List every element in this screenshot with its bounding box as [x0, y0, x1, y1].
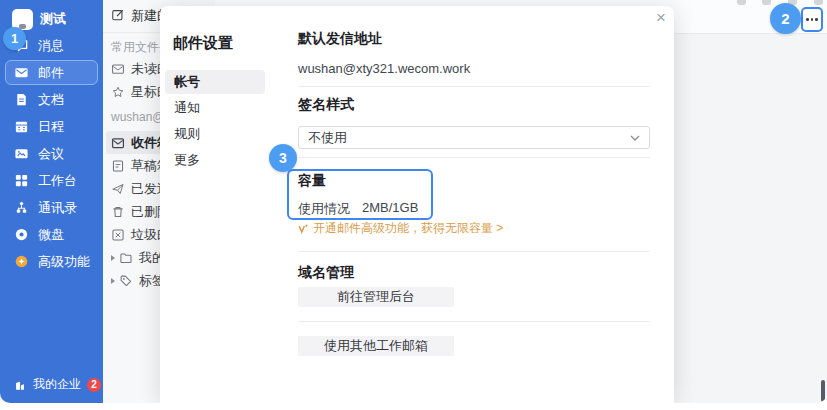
- sidebar-item-label: 会议: [38, 145, 64, 163]
- expand-caret-icon[interactable]: [111, 255, 115, 261]
- junk-icon: [111, 228, 125, 242]
- usage-value: 2MB/1GB: [362, 200, 418, 218]
- enterprise-icon: [13, 378, 27, 392]
- tag-icon: [119, 274, 133, 288]
- tab-more[interactable]: 更多: [165, 148, 265, 172]
- calendar-icon: [14, 119, 29, 134]
- drive-icon: [14, 227, 29, 242]
- app-sidebar: 测试 消息 邮件 文档: [0, 0, 103, 403]
- sidebar-item-calendar[interactable]: 日程: [0, 113, 103, 140]
- expand-caret-icon[interactable]: [111, 278, 115, 284]
- mail-settings-modal: × 邮件设置 帐号 通知 规则 更多 默认发信地址 wushan@xty321.…: [160, 6, 674, 403]
- upgrade-capacity-link[interactable]: 开通邮件高级功能，获得无限容量 >: [298, 220, 503, 237]
- sidebar-item-label: 工作台: [38, 172, 77, 190]
- toolbar-icon-stub: [737, 0, 746, 5]
- sidebar-item-label: 文档: [38, 91, 64, 109]
- capacity-heading: 容量: [298, 173, 326, 188]
- star-icon: [111, 85, 125, 99]
- draft-icon: [111, 159, 125, 173]
- my-enterprise-label: 我的企业: [33, 376, 81, 393]
- sidebar-item-mail[interactable]: 邮件: [5, 60, 98, 85]
- workspace-row[interactable]: 测试: [0, 0, 103, 30]
- chevron-down-icon: [630, 135, 640, 141]
- sidebar-nav: 消息 邮件 文档 日程: [0, 32, 103, 275]
- tab-notifications[interactable]: 通知: [165, 96, 265, 120]
- divider: [298, 157, 650, 158]
- default-address-value: wushan@xty321.wecom.work: [298, 61, 470, 76]
- admin-console-button[interactable]: 前往管理后台: [298, 287, 454, 307]
- sidebar-item-drive[interactable]: 微盘: [0, 221, 103, 248]
- sidebar-item-premium-features[interactable]: 高级功能: [0, 248, 103, 275]
- upgrade-link-text: 开通邮件高级功能，获得无限容量 >: [313, 220, 503, 237]
- capacity-usage-row: 使用情况 2MB/1GB: [298, 200, 418, 218]
- divider: [298, 321, 650, 322]
- premium-icon: [14, 254, 29, 269]
- divider: [298, 251, 650, 252]
- contacts-icon: [14, 200, 29, 215]
- domain-heading: 域名管理: [298, 265, 354, 280]
- scrollbar-thumb[interactable]: [821, 380, 825, 402]
- sidebar-item-label: 日程: [38, 118, 64, 136]
- my-enterprise-button[interactable]: 我的企业 2: [13, 376, 101, 393]
- annotation-step-1: 1: [3, 27, 26, 50]
- sent-icon: [111, 182, 125, 196]
- wecom-window: 测试 消息 邮件 文档: [0, 0, 827, 403]
- annotation-step-2: 2: [770, 3, 801, 34]
- settings-tab-list: 帐号 通知 规则 更多: [165, 70, 265, 174]
- usage-label: 使用情况: [298, 200, 362, 218]
- workbench-icon: [14, 173, 29, 188]
- toolbar-icon-stub: [762, 0, 771, 5]
- inbox-icon: [111, 136, 125, 150]
- enterprise-badge: 2: [87, 378, 101, 392]
- premium-spark-icon: [298, 223, 309, 234]
- sidebar-item-label: 消息: [38, 37, 64, 55]
- other-mailbox-button[interactable]: 使用其他工作邮箱: [298, 336, 454, 356]
- more-options-button[interactable]: [801, 7, 823, 32]
- sidebar-item-contacts[interactable]: 通讯录: [0, 194, 103, 221]
- toolbar-icon-stub: [814, 0, 823, 5]
- sidebar-item-workbench[interactable]: 工作台: [0, 167, 103, 194]
- sidebar-item-meetings[interactable]: 会议: [0, 140, 103, 167]
- meeting-icon: [14, 146, 29, 161]
- default-address-heading: 默认发信地址: [298, 31, 382, 46]
- divider: [298, 86, 650, 87]
- tab-account[interactable]: 帐号: [165, 70, 265, 94]
- tab-rules[interactable]: 规则: [165, 122, 265, 146]
- mail-icon: [14, 65, 29, 80]
- sidebar-item-docs[interactable]: 文档: [0, 86, 103, 113]
- unread-mail-icon: [111, 62, 125, 76]
- folder-icon: [119, 251, 133, 265]
- modal-title: 邮件设置: [173, 34, 233, 53]
- sidebar-item-label: 邮件: [38, 64, 64, 82]
- sidebar-item-label: 通讯录: [38, 199, 77, 217]
- signature-style-select[interactable]: 不使用: [298, 126, 650, 149]
- annotation-step-3: 3: [269, 144, 297, 172]
- trash-icon: [111, 205, 125, 219]
- document-icon: [14, 92, 29, 107]
- signature-heading: 签名样式: [298, 97, 354, 112]
- settings-content: 默认发信地址 wushan@xty321.wecom.work 签名样式 不使用…: [298, 6, 650, 403]
- signature-selected-option: 不使用: [308, 129, 347, 147]
- compose-icon: [111, 8, 125, 25]
- sidebar-item-label: 微盘: [38, 226, 64, 244]
- workspace-name: 测试: [40, 10, 66, 28]
- close-icon[interactable]: ×: [656, 8, 666, 28]
- sidebar-item-label: 高级功能: [38, 253, 90, 271]
